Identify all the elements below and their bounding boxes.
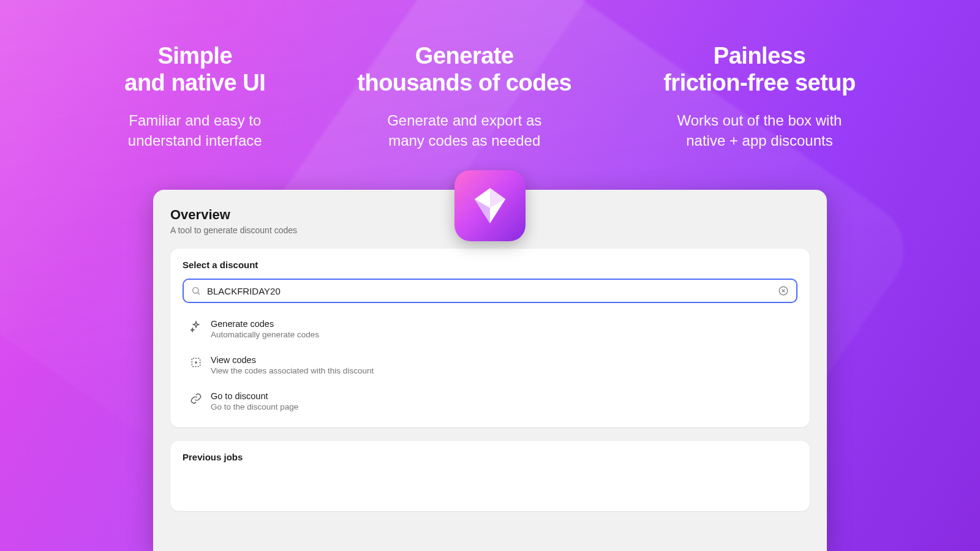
hero-sub-text: Works out of the box with bbox=[677, 112, 842, 129]
hero-title-text: friction-free setup bbox=[663, 70, 856, 96]
option-title: Generate codes bbox=[211, 319, 319, 329]
clear-search-button[interactable] bbox=[778, 285, 789, 296]
svg-point-3 bbox=[193, 288, 198, 293]
sparkle-icon bbox=[190, 320, 202, 332]
discount-search-input[interactable] bbox=[201, 286, 778, 296]
app-logo bbox=[454, 170, 526, 241]
select-discount-card: Select a discount Generate codes bbox=[170, 249, 810, 427]
previous-jobs-title: Previous jobs bbox=[183, 452, 797, 462]
hero-sub-2: Generate and export as many codes as nee… bbox=[357, 111, 571, 151]
option-desc: Go to the discount page bbox=[211, 402, 298, 411]
hero-title-text: Simple bbox=[157, 43, 232, 69]
hero-col-3: Painless friction-free setup Works out o… bbox=[663, 43, 856, 151]
hero-title-text: Generate bbox=[415, 43, 514, 69]
hero-sub-text: many codes as needed bbox=[388, 132, 540, 149]
selection-icon bbox=[190, 356, 202, 369]
hero-sub-text: Familiar and easy to bbox=[129, 112, 261, 129]
option-generate-codes[interactable]: Generate codes Automatically generate co… bbox=[187, 314, 793, 344]
option-text: View codes View the codes associated wit… bbox=[211, 355, 374, 375]
search-field[interactable] bbox=[183, 279, 797, 303]
discount-options: Generate codes Automatically generate co… bbox=[183, 314, 797, 416]
hero-col-2: Generate thousands of codes Generate and… bbox=[357, 43, 571, 151]
select-discount-title: Select a discount bbox=[183, 260, 797, 270]
option-title: Go to discount bbox=[211, 391, 298, 401]
hero-sub-text: native + app discounts bbox=[686, 132, 833, 149]
overview-panel: Overview A tool to generate discount cod… bbox=[153, 190, 827, 551]
option-go-to-discount[interactable]: Go to discount Go to the discount page bbox=[187, 386, 793, 416]
hero-title-text: thousands of codes bbox=[357, 70, 571, 96]
option-desc: Automatically generate codes bbox=[211, 330, 319, 339]
option-text: Generate codes Automatically generate co… bbox=[211, 319, 319, 339]
search-icon bbox=[191, 286, 201, 296]
hero-title-3: Painless friction-free setup bbox=[663, 43, 856, 96]
hero-title-2: Generate thousands of codes bbox=[357, 43, 571, 96]
diamond-icon bbox=[468, 184, 512, 228]
hero-sub-text: understand interface bbox=[128, 132, 262, 149]
previous-jobs-card: Previous jobs bbox=[170, 441, 810, 511]
hero-title-text: and native UI bbox=[124, 70, 265, 96]
hero-sub-text: Generate and export as bbox=[387, 112, 541, 129]
hero-title-1: Simple and native UI bbox=[124, 43, 265, 96]
svg-line-4 bbox=[198, 293, 200, 294]
option-view-codes[interactable]: View codes View the codes associated wit… bbox=[187, 350, 793, 380]
hero-col-1: Simple and native UI Familiar and easy t… bbox=[124, 43, 265, 151]
option-title: View codes bbox=[211, 355, 374, 365]
option-text: Go to discount Go to the discount page bbox=[211, 391, 298, 411]
hero: Simple and native UI Familiar and easy t… bbox=[0, 43, 980, 151]
hero-sub-1: Familiar and easy to understand interfac… bbox=[124, 111, 265, 151]
clear-icon bbox=[778, 285, 789, 296]
svg-point-9 bbox=[195, 361, 197, 363]
link-icon bbox=[190, 392, 202, 405]
hero-sub-3: Works out of the box with native + app d… bbox=[663, 111, 856, 151]
option-desc: View the codes associated with this disc… bbox=[211, 366, 374, 375]
hero-title-text: Painless bbox=[714, 43, 805, 69]
